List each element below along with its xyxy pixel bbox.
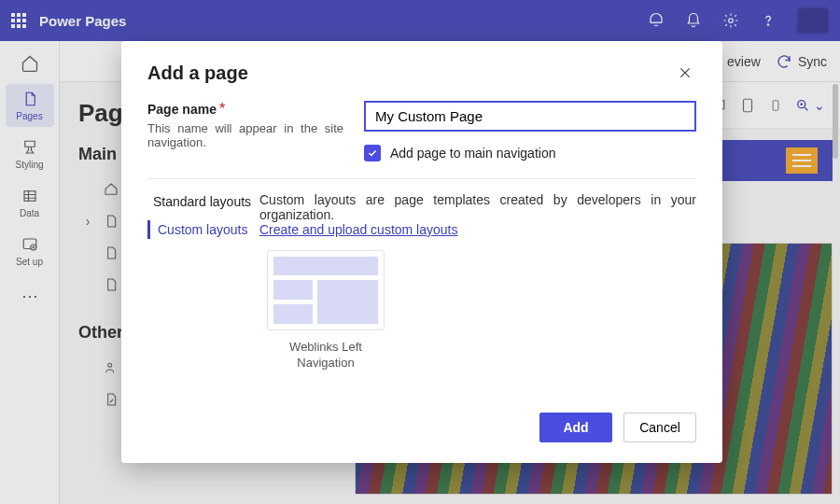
close-icon bbox=[678, 65, 693, 80]
tab-custom-layouts[interactable]: Custom layouts bbox=[147, 220, 259, 239]
tab-standard-layouts[interactable]: Standard layouts bbox=[147, 192, 259, 211]
add-button[interactable]: Add bbox=[539, 413, 612, 442]
layout-card-label: Weblinks Left Navigation bbox=[267, 340, 385, 371]
cancel-button[interactable]: Cancel bbox=[623, 413, 696, 442]
layout-thumbnail bbox=[267, 250, 385, 330]
add-page-dialog: Add a page Page name* This name will app… bbox=[121, 41, 722, 463]
check-icon bbox=[367, 147, 378, 159]
page-name-help: This name will appear in the site naviga… bbox=[147, 121, 343, 149]
layout-description: Custom layouts are page templates create… bbox=[259, 192, 696, 222]
divider bbox=[147, 178, 696, 179]
page-name-input[interactable] bbox=[364, 101, 696, 132]
close-button[interactable] bbox=[674, 62, 696, 84]
page-name-label: Page name bbox=[147, 102, 217, 117]
add-to-nav-label: Add page to main navigation bbox=[390, 146, 555, 161]
required-indicator: * bbox=[219, 101, 225, 117]
dialog-title: Add a page bbox=[147, 63, 248, 84]
create-upload-link[interactable]: Create and upload custom layouts bbox=[259, 222, 457, 237]
layout-card-weblinks-left-nav[interactable]: Weblinks Left Navigation bbox=[267, 250, 385, 371]
add-to-nav-checkbox[interactable] bbox=[364, 145, 381, 161]
